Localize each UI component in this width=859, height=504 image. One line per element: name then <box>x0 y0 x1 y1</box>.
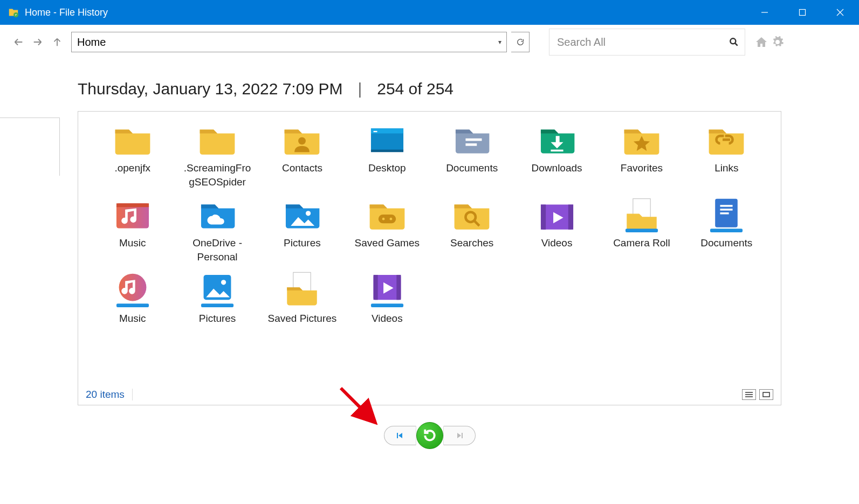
folder-item[interactable]: Downloads <box>516 123 598 189</box>
separator: | <box>358 80 362 98</box>
version-position: 254 of 254 <box>377 80 453 98</box>
refresh-button[interactable] <box>511 32 530 52</box>
folder-games <box>367 198 407 231</box>
folder-onedrive <box>197 198 237 231</box>
folder-item[interactable]: Saved Pictures <box>261 274 343 326</box>
svg-rect-21 <box>720 205 733 206</box>
home-icon[interactable] <box>754 34 769 50</box>
folder-label: Camera Roll <box>613 236 670 250</box>
svg-rect-7 <box>466 143 477 146</box>
svg-rect-32 <box>373 275 377 300</box>
titlebar: Home - File History <box>0 0 859 25</box>
folder-label: Music <box>119 312 146 326</box>
svg-point-13 <box>382 218 385 220</box>
folder-label: OneDrive - Personal <box>182 236 252 264</box>
svg-rect-34 <box>371 303 403 307</box>
back-button[interactable] <box>11 34 26 50</box>
address-dropdown[interactable]: ▾ <box>493 38 506 46</box>
version-info: Thursday, January 13, 2022 7:09 PM | 254… <box>0 59 859 101</box>
folder-item[interactable]: OneDrive - Personal <box>176 198 258 264</box>
version-timestamp: Thursday, January 13, 2022 7:09 PM <box>78 80 342 98</box>
folder-label: Contacts <box>282 161 322 175</box>
forward-button[interactable] <box>30 34 45 50</box>
folder-item[interactable]: Pictures <box>261 198 343 264</box>
folder-label: Links <box>714 161 738 175</box>
folder-item[interactable]: Documents <box>431 123 513 189</box>
folder-label: Pictures <box>199 312 236 326</box>
svg-point-28 <box>221 280 226 285</box>
library-videos <box>367 274 407 306</box>
folder-label: Saved Pictures <box>268 312 337 326</box>
search-box[interactable] <box>549 29 745 56</box>
library-savedpics <box>282 274 322 306</box>
library-pictures <box>197 274 237 306</box>
folder-grid: .openjfx.ScreamingFrogSEOSpiderContactsD… <box>78 112 781 325</box>
folder-desktop <box>367 123 407 156</box>
folder-item[interactable]: Music <box>91 274 174 326</box>
svg-rect-24 <box>710 229 743 232</box>
folder-searches <box>452 198 492 231</box>
address-bar[interactable]: ▾ <box>71 32 507 52</box>
gear-icon[interactable] <box>770 34 785 50</box>
svg-rect-22 <box>720 209 733 210</box>
folder-item[interactable]: Documents <box>685 198 768 264</box>
restore-button[interactable] <box>416 422 443 449</box>
folder-item[interactable]: Searches <box>431 198 513 264</box>
folder-label: Videos <box>372 312 403 326</box>
folder-item[interactable]: .openjfx <box>91 123 174 189</box>
folder-plain <box>197 123 237 156</box>
svg-rect-8 <box>551 150 563 151</box>
svg-rect-17 <box>568 205 573 230</box>
folder-item[interactable]: Favorites <box>600 123 683 189</box>
svg-rect-12 <box>379 215 396 223</box>
folder-label: .ScreamingFrogSEOSpider <box>182 161 252 189</box>
folder-item[interactable]: Music <box>91 198 174 264</box>
svg-rect-19 <box>626 229 658 232</box>
folder-label: Documents <box>446 161 498 175</box>
folder-item[interactable]: Camera Roll <box>600 198 683 264</box>
folder-label: Searches <box>450 236 493 250</box>
svg-point-14 <box>389 218 392 220</box>
folder-downloads <box>537 123 577 156</box>
version-controls <box>0 422 859 449</box>
library-camera <box>622 198 662 231</box>
svg-rect-33 <box>396 275 401 300</box>
search-icon[interactable] <box>723 37 745 47</box>
folder-item[interactable]: Links <box>685 123 768 189</box>
library-music <box>113 274 153 306</box>
folder-documents <box>452 123 492 156</box>
next-version-button[interactable] <box>443 426 476 445</box>
svg-rect-10 <box>116 203 149 207</box>
folder-pictures <box>282 198 322 231</box>
search-input[interactable] <box>549 29 723 55</box>
icons-view-button[interactable] <box>759 389 773 400</box>
folder-videos <box>537 198 577 231</box>
folder-item[interactable]: Saved Games <box>346 198 428 264</box>
folder-item[interactable]: Contacts <box>261 123 343 189</box>
folder-label: Desktop <box>368 161 406 175</box>
svg-point-11 <box>306 211 311 216</box>
folder-item[interactable]: Desktop <box>346 123 428 189</box>
address-input[interactable] <box>72 32 493 52</box>
folder-item[interactable]: .ScreamingFrogSEOSpider <box>176 123 258 189</box>
close-button[interactable] <box>821 0 859 25</box>
maximize-button[interactable] <box>784 0 821 25</box>
svg-rect-35 <box>763 392 769 397</box>
folder-label: Documents <box>700 236 752 250</box>
svg-rect-16 <box>541 205 546 230</box>
up-button[interactable] <box>50 34 65 50</box>
folder-label: Music <box>119 236 146 250</box>
svg-point-2 <box>730 38 736 44</box>
minimize-button[interactable] <box>746 0 784 25</box>
window-title: Home - File History <box>25 7 108 18</box>
details-view-button[interactable] <box>742 389 756 400</box>
previous-version-button[interactable] <box>384 426 416 445</box>
folder-item[interactable]: Videos <box>346 274 428 326</box>
svg-rect-4 <box>373 131 377 132</box>
folder-item[interactable]: Pictures <box>176 274 258 326</box>
folder-favorites <box>622 123 662 156</box>
folder-item[interactable]: Videos <box>516 198 598 264</box>
svg-rect-1 <box>800 10 806 16</box>
folder-label: Videos <box>541 236 573 250</box>
library-documents <box>706 198 746 231</box>
